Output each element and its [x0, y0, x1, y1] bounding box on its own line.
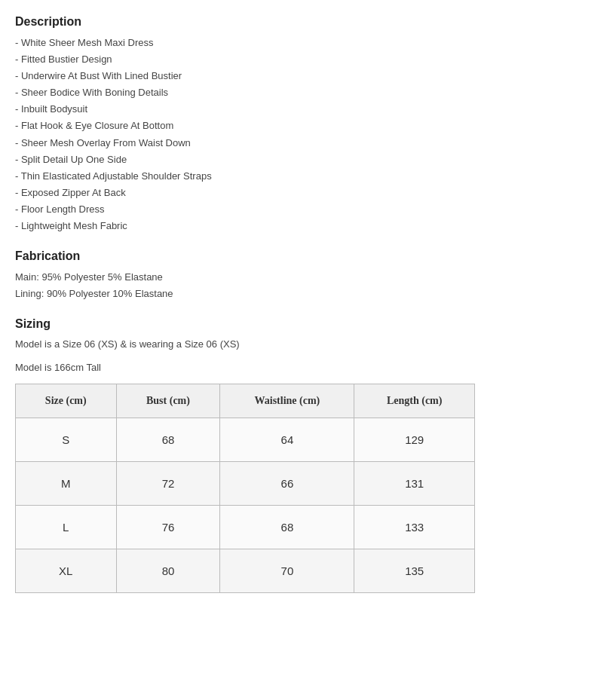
table-cell-length: 133 [354, 505, 475, 549]
description-item-10: - Floor Length Dress [15, 201, 601, 218]
fabrication-lining: Lining: 90% Polyester 10% Elastane [15, 286, 601, 302]
table-header-row: Size (cm) Bust (cm) Waistline (cm) Lengt… [16, 384, 475, 418]
sizing-model-info-1: Model is a Size 06 (XS) & is wearing a S… [15, 337, 601, 353]
table-cell-length: 129 [354, 418, 475, 461]
table-header-length: Length (cm) [354, 384, 475, 418]
description-item-2: - Underwire At Bust With Lined Bustier [15, 68, 601, 84]
table-cell-length: 135 [354, 549, 475, 592]
table-cell-waistline: 66 [220, 461, 354, 505]
size-table: Size (cm) Bust (cm) Waistline (cm) Lengt… [15, 384, 475, 593]
fabrication-title: Fabrication [15, 249, 601, 263]
description-item-5: - Flat Hook & Eye Closure At Bottom [15, 118, 601, 134]
description-item-11: - Lightweight Mesh Fabric [15, 218, 601, 234]
description-item-0: - White Sheer Mesh Maxi Dress [15, 35, 601, 51]
sizing-model-info-2: Model is 166cm Tall [15, 360, 601, 376]
description-item-9: - Exposed Zipper At Back [15, 185, 601, 201]
fabrication-section: Fabrication Main: 95% Polyester 5% Elast… [15, 249, 601, 302]
table-header-waistline: Waistline (cm) [220, 384, 354, 418]
description-title: Description [15, 15, 601, 29]
table-cell-bust: 72 [116, 461, 220, 505]
table-cell-size: S [16, 418, 117, 461]
sizing-section: Sizing Model is a Size 06 (XS) & is wear… [15, 317, 601, 593]
table-cell-bust: 76 [116, 505, 220, 549]
description-item-6: - Sheer Mesh Overlay From Waist Down [15, 135, 601, 151]
table-header-size: Size (cm) [16, 384, 117, 418]
description-item-1: - Fitted Bustier Design [15, 51, 601, 68]
table-row: XL8070135 [16, 549, 475, 592]
table-cell-waistline: 68 [220, 505, 354, 549]
table-cell-length: 131 [354, 461, 475, 505]
sizing-title: Sizing [15, 317, 601, 331]
table-cell-bust: 68 [116, 418, 220, 461]
table-cell-size: XL [16, 549, 117, 592]
table-row: M7266131 [16, 461, 475, 505]
description-item-7: - Split Detail Up One Side [15, 151, 601, 168]
description-item-3: - Sheer Bodice With Boning Details [15, 84, 601, 101]
description-item-4: - Inbuilt Bodysuit [15, 101, 601, 118]
table-row: L7668133 [16, 505, 475, 549]
table-header-bust: Bust (cm) [116, 384, 220, 418]
description-item-8: - Thin Elasticated Adjustable Shoulder S… [15, 168, 601, 185]
fabrication-main: Main: 95% Polyester 5% Elastane [15, 269, 601, 286]
table-cell-waistline: 70 [220, 549, 354, 592]
table-cell-size: L [16, 505, 117, 549]
table-cell-size: M [16, 461, 117, 505]
table-cell-waistline: 64 [220, 418, 354, 461]
description-section: Description - White Sheer Mesh Maxi Dres… [15, 15, 601, 234]
description-list: - White Sheer Mesh Maxi Dress - Fitted B… [15, 35, 601, 234]
table-cell-bust: 80 [116, 549, 220, 592]
table-row: S6864129 [16, 418, 475, 461]
